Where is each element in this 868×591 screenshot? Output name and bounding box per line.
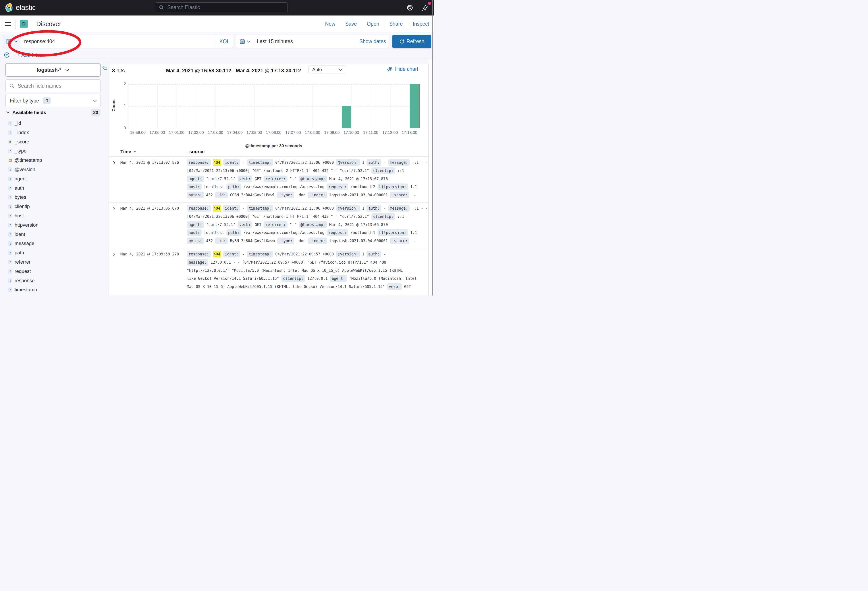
field-item-auth[interactable]: tauth bbox=[8, 185, 24, 192]
source-line: host: localhost path: /var/www/example.c… bbox=[187, 183, 428, 191]
field-item-_index[interactable]: t_index bbox=[8, 129, 29, 136]
elastic-brand[interactable]: elastic bbox=[4, 3, 35, 13]
hits-value: 3 bbox=[112, 68, 115, 74]
available-fields-label: Available fields bbox=[12, 110, 46, 115]
field-value: "http://127.0.0.1/" "Mozilla/5.0 (Macint… bbox=[187, 268, 405, 273]
field-item-referrer[interactable]: treferrer bbox=[8, 259, 31, 265]
source-line: agent: "curl/7.52.1" verb: GET referrer:… bbox=[187, 221, 428, 229]
histogram-bar[interactable] bbox=[410, 84, 419, 128]
nav-link-save[interactable]: Save bbox=[345, 21, 357, 27]
help-button[interactable] bbox=[407, 4, 413, 11]
scrollbar-gutter bbox=[429, 59, 434, 296]
filter-by-type-label: Filter by type bbox=[10, 98, 39, 104]
field-name: path bbox=[15, 250, 24, 256]
field-search-input[interactable]: Search field names bbox=[5, 80, 101, 92]
histogram-bar[interactable] bbox=[342, 106, 351, 128]
document-rows: Mar 4, 2021 @ 17:13:07.876response: 404 … bbox=[109, 157, 428, 294]
field-item-path[interactable]: tpath bbox=[8, 250, 24, 256]
field-name: @version bbox=[15, 167, 35, 173]
saved-query-menu-button[interactable] bbox=[3, 35, 21, 48]
field-type-string-icon: t bbox=[8, 177, 12, 181]
field-name-badge: message: bbox=[187, 259, 208, 266]
source-line: response: 404 ident: - timestamp: 04/Mar… bbox=[187, 158, 428, 167]
nav-link-inspect[interactable]: Inspect bbox=[413, 21, 429, 27]
field-value: 432 bbox=[206, 239, 213, 243]
nav-link-open[interactable]: Open bbox=[367, 21, 379, 27]
field-name-badge: host: bbox=[187, 183, 202, 190]
field-item-_type[interactable]: t_type bbox=[8, 148, 27, 154]
index-pattern-select[interactable]: logstash-* bbox=[5, 63, 101, 77]
menu-button[interactable] bbox=[5, 22, 11, 26]
available-fields-header[interactable]: Available fields 20 bbox=[6, 109, 101, 116]
field-type-string-icon: t bbox=[8, 204, 12, 209]
query-language-toggle[interactable]: KQL bbox=[216, 35, 233, 48]
global-header: elastic Search Elastic bbox=[0, 0, 434, 15]
field-name-badge: ident: bbox=[223, 159, 240, 166]
field-name-badge: auth: bbox=[366, 251, 381, 257]
field-item-request[interactable]: trequest bbox=[8, 268, 31, 275]
expand-row-button[interactable] bbox=[113, 207, 115, 211]
field-item-_score[interactable]: #_score bbox=[8, 139, 29, 145]
field-name-badge: _id: bbox=[215, 192, 228, 198]
v-gridline bbox=[216, 84, 216, 128]
field-value: 127.0.0.1 - - [04/Mar/2021:22:09:57 +000… bbox=[211, 260, 386, 264]
field-name-badge: bytes: bbox=[187, 192, 204, 198]
field-item-agent[interactable]: tagent bbox=[8, 176, 27, 182]
field-type-string-icon: t bbox=[8, 251, 12, 255]
field-name: referrer bbox=[15, 259, 31, 265]
field-item-timestamp[interactable]: ttimestamp bbox=[8, 287, 37, 293]
field-item-_id[interactable]: t_id bbox=[8, 120, 21, 127]
global-search-input[interactable]: Search Elastic bbox=[155, 3, 288, 12]
field-name-badge: referrer: bbox=[264, 176, 288, 182]
newsfeed-button[interactable] bbox=[422, 4, 428, 11]
show-dates-button[interactable]: Show dates bbox=[359, 38, 386, 44]
field-item-message[interactable]: tmessage bbox=[8, 240, 34, 247]
field-value: ::1 - - bbox=[412, 160, 428, 165]
field-name-badge: _index: bbox=[308, 192, 327, 198]
nav-link-new[interactable]: New bbox=[325, 21, 335, 27]
field-value: 04/Mar/2021:22:09:57 +0000 bbox=[275, 252, 334, 256]
field-item-bytes[interactable]: tbytes bbox=[8, 194, 27, 201]
field-item-@timestamp[interactable]: @timestamp bbox=[8, 157, 42, 164]
field-value: _doc bbox=[296, 239, 306, 243]
field-name-badge: auth: bbox=[366, 159, 381, 166]
add-filter-button[interactable]: + Add filter bbox=[17, 52, 41, 58]
filter-circle-icon[interactable] bbox=[4, 52, 9, 58]
field-name-badge: @version: bbox=[336, 159, 360, 166]
column-header-time[interactable]: Time bbox=[120, 149, 136, 154]
field-item-host[interactable]: thost bbox=[8, 213, 24, 219]
interval-select[interactable]: Auto bbox=[309, 65, 346, 73]
discover-app-icon: D bbox=[20, 20, 28, 28]
x-tick-label: 17:13:00 bbox=[396, 130, 423, 135]
field-item-response[interactable]: tresponse bbox=[8, 277, 35, 284]
date-quick-menu-button[interactable] bbox=[236, 39, 254, 44]
field-name-badge: request: bbox=[327, 229, 348, 236]
page-title: Discover bbox=[36, 21, 61, 28]
nav-link-share[interactable]: Share bbox=[389, 21, 403, 27]
refresh-button[interactable]: Refresh bbox=[392, 35, 431, 48]
chevron-down-icon bbox=[247, 40, 251, 43]
hide-chart-button[interactable]: Hide chart bbox=[387, 66, 418, 72]
field-item-httpversion[interactable]: thttpversion bbox=[8, 222, 38, 228]
field-type-string-icon: t bbox=[8, 241, 12, 246]
field-name-badge: verb: bbox=[238, 176, 252, 182]
expand-row-button[interactable] bbox=[113, 253, 115, 257]
field-item-ident[interactable]: tident bbox=[8, 231, 25, 238]
expand-row-button[interactable] bbox=[113, 161, 115, 165]
field-value: 1 bbox=[362, 206, 364, 210]
filter-by-type-toggle[interactable]: Filter by type 0 bbox=[5, 94, 101, 107]
field-name-badge: referrer: bbox=[264, 222, 288, 228]
time-range-value[interactable]: Last 15 minutes bbox=[257, 38, 293, 44]
field-name-badge: _id: bbox=[215, 238, 228, 244]
query-input[interactable]: response:404 bbox=[21, 35, 216, 48]
field-value: ::1 bbox=[397, 214, 404, 219]
available-fields-count-badge: 20 bbox=[91, 109, 100, 116]
chart-time-range-title: Mar 4, 2021 @ 16:58:30.112 - Mar 4, 2021… bbox=[166, 68, 301, 74]
highlighted-value: 404 bbox=[213, 205, 221, 211]
vertical-scrollbar[interactable] bbox=[432, 0, 433, 296]
hide-chart-label: Hide chart bbox=[395, 66, 418, 72]
field-item-@version[interactable]: t@version bbox=[8, 166, 35, 173]
field-item-clientip[interactable]: tclientip bbox=[8, 203, 30, 210]
search-icon bbox=[159, 4, 164, 10]
collapse-sidebar-button[interactable] bbox=[102, 65, 107, 70]
